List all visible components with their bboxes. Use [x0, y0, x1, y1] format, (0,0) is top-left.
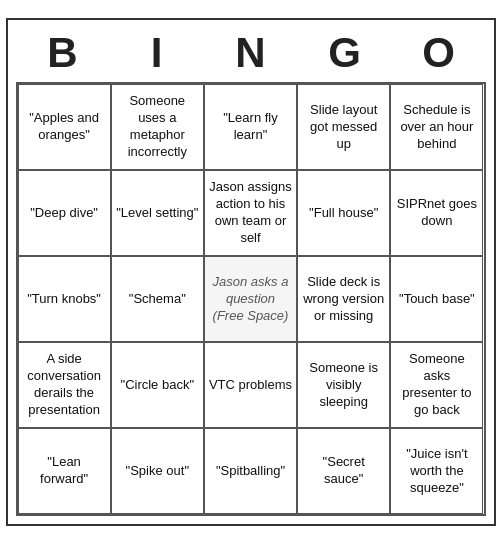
bingo-card: B I N G O "Apples and oranges"Someone us…: [6, 18, 496, 526]
bingo-cell-1[interactable]: Someone uses a metaphor incorrectly: [111, 84, 204, 170]
bingo-cell-5[interactable]: "Deep dive": [18, 170, 111, 256]
bingo-cell-2[interactable]: "Learn fly learn": [204, 84, 297, 170]
bingo-cell-15[interactable]: A side conversation derails the presenta…: [18, 342, 111, 428]
letter-b: B: [19, 28, 107, 78]
letter-n: N: [207, 28, 295, 78]
bingo-cell-20[interactable]: "Lean forward": [18, 428, 111, 514]
bingo-cell-0[interactable]: "Apples and oranges": [18, 84, 111, 170]
bingo-cell-6[interactable]: "Level setting": [111, 170, 204, 256]
bingo-cell-4[interactable]: Schedule is over an hour behind: [390, 84, 483, 170]
bingo-cell-9[interactable]: SIPRnet goes down: [390, 170, 483, 256]
letter-i: I: [113, 28, 201, 78]
bingo-header: B I N G O: [16, 28, 486, 78]
bingo-cell-18[interactable]: Someone is visibly sleeping: [297, 342, 390, 428]
bingo-grid: "Apples and oranges"Someone uses a metap…: [16, 82, 486, 516]
bingo-cell-13[interactable]: Slide deck is wrong version or missing: [297, 256, 390, 342]
bingo-cell-3[interactable]: Slide layout got messed up: [297, 84, 390, 170]
bingo-cell-19[interactable]: Someone asks presenter to go back: [390, 342, 483, 428]
bingo-cell-10[interactable]: "Turn knobs": [18, 256, 111, 342]
letter-g: G: [301, 28, 389, 78]
bingo-cell-22[interactable]: "Spitballing": [204, 428, 297, 514]
letter-o: O: [395, 28, 483, 78]
bingo-cell-7[interactable]: Jason assigns action to his own team or …: [204, 170, 297, 256]
bingo-cell-8[interactable]: "Full house": [297, 170, 390, 256]
bingo-cell-17[interactable]: VTC problems: [204, 342, 297, 428]
bingo-cell-16[interactable]: "Circle back": [111, 342, 204, 428]
bingo-cell-14[interactable]: "Touch base": [390, 256, 483, 342]
bingo-cell-23[interactable]: "Secret sauce": [297, 428, 390, 514]
bingo-cell-21[interactable]: "Spike out": [111, 428, 204, 514]
bingo-cell-12[interactable]: Jason asks a question (Free Space): [204, 256, 297, 342]
bingo-cell-24[interactable]: "Juice isn't worth the squeeze": [390, 428, 483, 514]
bingo-cell-11[interactable]: "Schema": [111, 256, 204, 342]
